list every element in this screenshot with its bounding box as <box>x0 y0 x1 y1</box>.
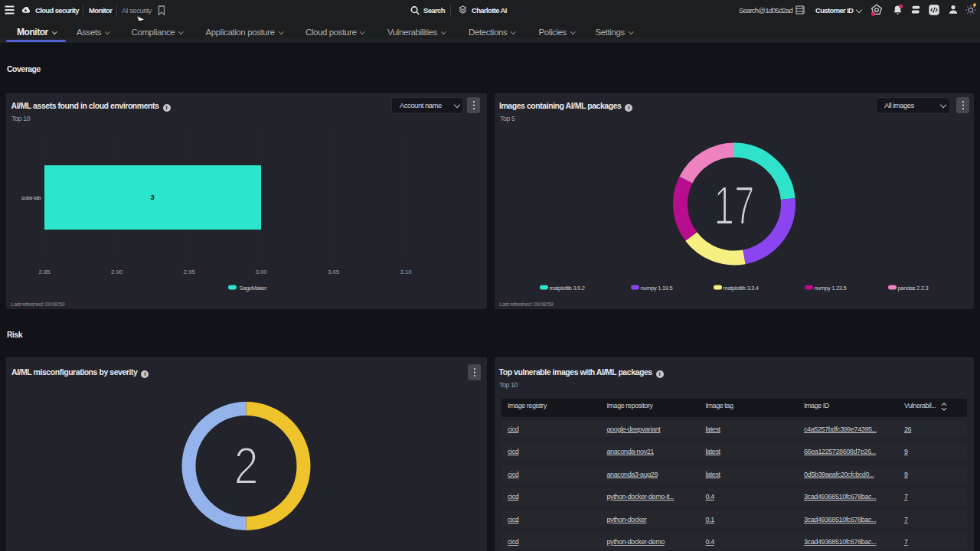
svg-text:SageMaker: SageMaker <box>240 285 267 292</box>
svg-text:3.05: 3.05 <box>328 269 340 276</box>
svg-text:matplotlib 3.9.2: matplotlib 3.9.2 <box>550 285 585 292</box>
svg-text:3: 3 <box>151 193 155 201</box>
svg-text:matplotlib 3.3.4: matplotlib 3.3.4 <box>724 285 759 292</box>
svg-text:3.00: 3.00 <box>256 269 268 276</box>
svg-text:2.85: 2.85 <box>39 269 51 276</box>
svg-text:3.10: 3.10 <box>400 269 413 276</box>
svg-text:pandas 2.2.3: pandas 2.2.3 <box>898 285 929 292</box>
svg-text:2.95: 2.95 <box>184 269 196 276</box>
svg-text:numpy 1.23.5: numpy 1.23.5 <box>815 285 847 292</box>
svg-text:numpy 1.19.5: numpy 1.19.5 <box>641 285 673 292</box>
svg-text:17: 17 <box>714 175 755 235</box>
svg-text:2: 2 <box>234 437 258 494</box>
svg-text:2.90: 2.90 <box>111 269 123 276</box>
svg-text:solar-lab: solar-lab <box>21 194 42 201</box>
